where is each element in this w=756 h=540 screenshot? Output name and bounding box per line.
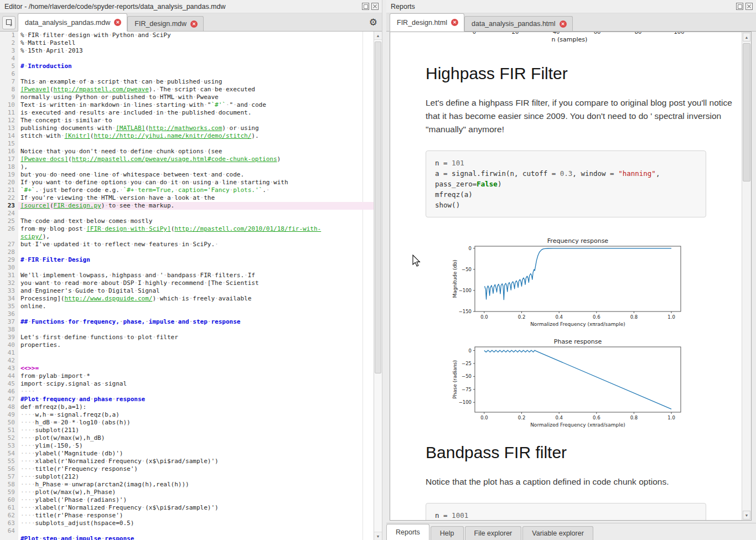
pane-splitter[interactable]	[382, 0, 386, 540]
editor-line[interactable]: 39Let's·first·define·functions·to·plot·f…	[0, 334, 374, 341]
editor-line[interactable]: 54····ylabel('Magnitude·(db)')	[0, 450, 374, 458]
editor-line[interactable]: 49····w,h·=·signal.freqz(b,a)	[0, 411, 374, 419]
editor-line[interactable]: 30	[0, 264, 374, 272]
undock-icon[interactable]	[362, 3, 369, 10]
editor-line[interactable]: 25The·code·and·text·below·comes·mostly	[0, 217, 374, 225]
editor-line[interactable]: 59····plot(w/max(w),h_Phase)	[0, 489, 374, 496]
line-number: 25	[0, 217, 18, 225]
options-gear-icon[interactable]: ⚙	[365, 17, 382, 28]
editor-line[interactable]: 14stitch·with·[Knitr](http://http://yihu…	[0, 132, 374, 140]
editor-line[interactable]: 11is·executed·and·results·are·included·i…	[0, 109, 374, 117]
editor-line[interactable]: 16Notice·that·you·don't·need·to·define·c…	[0, 148, 374, 155]
editor-line[interactable]: 4	[0, 55, 374, 63]
editor-line[interactable]: 38	[0, 326, 374, 334]
report-tab-data-analysis-pandas[interactable]: data_analysis_pandas.html ✕	[464, 16, 573, 31]
editor-line[interactable]: 31We'll·implement·lowpass,·highpass·and·…	[0, 272, 374, 279]
plugin-tab-reports[interactable]: Reports	[386, 524, 429, 540]
editor-line[interactable]: scipy/),	[0, 233, 374, 241]
editor-line[interactable]: 28	[0, 248, 374, 256]
editor-tab-fir-design[interactable]: FIR_design.mdw ✕	[127, 16, 204, 31]
editor-line[interactable]: 23[source](FIR·design.py)·to·see·the·mar…	[0, 202, 374, 210]
editor-line[interactable]: 22If·you're·viewing·the·HTML·version·hav…	[0, 194, 374, 202]
editor-line[interactable]: 12The·concept·is·similar·to	[0, 117, 374, 124]
editor-line[interactable]: 50····h_dB·=·20·*·log10·(abs(h))	[0, 419, 374, 427]
editor-line[interactable]: 58····h_Phase·=·unwrap(arctan2(imag(h),r…	[0, 481, 374, 489]
editor-area[interactable]: 1%·FIR·filter·design·with·Python·and·Sci…	[0, 32, 382, 540]
close-pane-icon[interactable]	[371, 3, 379, 10]
editor-line[interactable]: 55····xlabel(r'Normalized·Frequency·(x$\…	[0, 458, 374, 465]
editor-line[interactable]: #Plot·step·and·impulse·response	[0, 535, 374, 540]
editor-line[interactable]: 20If·you·want·to·define·options·you·can·…	[0, 179, 374, 186]
editor-line[interactable]: 41	[0, 349, 374, 357]
line-number	[0, 233, 18, 241]
editor-line[interactable]: 43<<>>=	[0, 365, 374, 372]
editor-tab-data-analysis-pandas[interactable]: data_analysis_pandas.mdw ✕	[18, 13, 127, 32]
editor-line[interactable]: 17[Pweave·docs](http://mpastell.com/pwea…	[0, 155, 374, 163]
editor-line[interactable]: 64	[0, 527, 374, 535]
editor-line[interactable]: 15	[0, 140, 374, 148]
scroll-down-icon[interactable]: ▼	[374, 532, 382, 540]
report-scrollbar[interactable]: ▲ ▼	[742, 32, 751, 520]
browse-tabs-button[interactable]	[2, 16, 15, 29]
plugin-tab-file-explorer[interactable]: File explorer	[465, 526, 522, 540]
editor-line[interactable]: 56····title(r'Frequency·response')	[0, 465, 374, 473]
report-tab-fir-design[interactable]: FIR_design.html ✕	[390, 13, 464, 32]
editor-line[interactable]: 21`#+`.·just·before·code·e.g.·`#+·term=T…	[0, 186, 374, 194]
svg-text:Normalized Frequency (xπrad/sa: Normalized Frequency (xπrad/sample)	[530, 422, 625, 428]
editor-line[interactable]: 33and·Engineer's·Guide·to·Digital·Signal	[0, 287, 374, 295]
scroll-down-icon[interactable]: ▼	[743, 511, 750, 520]
editor-line[interactable]: 3%·15th·April·2013	[0, 47, 374, 55]
report-webview[interactable]: 020406080100 n (samples) Highpass FIR Fi…	[390, 32, 752, 521]
editor-line[interactable]: 24	[0, 210, 374, 217]
editor-line[interactable]: 27but·I've·updated·it·to·reflect·new·fea…	[0, 241, 374, 248]
editor-rows[interactable]: 1%·FIR·filter·design·with·Python·and·Sci…	[0, 32, 374, 540]
editor-line[interactable]: 42	[0, 357, 374, 365]
scroll-up-icon[interactable]: ▲	[374, 32, 382, 40]
tab-close-icon[interactable]: ✕	[560, 20, 567, 28]
editor-line[interactable]: 46····	[0, 388, 374, 396]
editor-line[interactable]: 57····subplot(212)	[0, 473, 374, 481]
editor-line[interactable]: 26from·my·blog·post·[FIR·design·with·Sci…	[0, 225, 374, 233]
editor-line[interactable]: 48def·mfreqz(b,a=1):	[0, 403, 374, 411]
editor-line[interactable]: 37##·Functions·for·frequency,·phase,·imp…	[0, 318, 374, 326]
plugin-tab-help[interactable]: Help	[431, 526, 464, 540]
editor-line[interactable]: 60····ylabel('Phase·(radians)')	[0, 496, 374, 504]
editor-line[interactable]: 62····title(r'Phase·response')	[0, 512, 374, 520]
editor-line[interactable]: 34Processing](http://www.dspguide.com/)·…	[0, 295, 374, 303]
editor-line[interactable]: 40properties.	[0, 341, 374, 349]
editor-line[interactable]: 36	[0, 310, 374, 318]
editor-line[interactable]: 1%·FIR·filter·design·with·Python·and·Sci…	[0, 32, 374, 39]
tab-close-icon[interactable]: ✕	[190, 20, 198, 28]
scroll-up-icon[interactable]: ▲	[743, 33, 750, 41]
editor-line[interactable]: 51····subplot(211)	[0, 427, 374, 434]
editor-line[interactable]: 7This·an·example·of·a·script·that·can·be…	[0, 78, 374, 86]
editor-line[interactable]: 63····subplots_adjust(hspace=0.5)	[0, 520, 374, 527]
editor-line[interactable]: 53····ylim(-150,·5)	[0, 442, 374, 450]
editor-line[interactable]: 45import·scipy.signal·as·signal	[0, 380, 374, 388]
tab-close-icon[interactable]: ✕	[451, 19, 458, 26]
editor-line[interactable]: 8[Pweave](http://mpastell.com/pweave).·T…	[0, 86, 374, 94]
editor-line[interactable]: 47#Plot·frequency·and·phase·response	[0, 396, 374, 403]
editor-line[interactable]: 61····xlabel(r'Normalized·Frequency·(x$\…	[0, 504, 374, 512]
editor-line[interactable]: 35online.	[0, 303, 374, 310]
close-pane-icon[interactable]	[745, 3, 753, 10]
editor-line[interactable]: 10Text·is·written·in·markdown·in·lines·s…	[0, 101, 374, 109]
editor-scrollbar[interactable]: ▲ ▼	[374, 32, 382, 540]
editor-line[interactable]: 13publishing·documents·with·[MATLAB](htt…	[0, 124, 374, 132]
editor-line[interactable]: 2%·Matti·Pastell	[0, 39, 374, 47]
editor-line[interactable]: 9normally·using·Python·or·published·to·H…	[0, 94, 374, 101]
editor-line[interactable]: 44from·pylab·import·*	[0, 372, 374, 380]
heading-highpass: Highpass FIR Filter	[426, 64, 742, 83]
scrollbar-thumb[interactable]	[743, 43, 750, 181]
undock-icon[interactable]	[736, 3, 743, 10]
editor-line[interactable]: 18),	[0, 163, 374, 171]
editor-line[interactable]: 5#·Introduction	[0, 63, 374, 70]
editor-line[interactable]: 32you·want·to·read·more·about·DSP·I·high…	[0, 279, 374, 287]
editor-line[interactable]: 6	[0, 70, 374, 78]
scrollbar-thumb[interactable]	[375, 41, 381, 373]
editor-line[interactable]: 29#·FIR·Filter·Design	[0, 256, 374, 264]
plugin-tab-variable-explorer[interactable]: Variable explorer	[522, 526, 593, 540]
editor-line[interactable]: 52····plot(w/max(w),h_dB)	[0, 434, 374, 442]
editor-line[interactable]: 19but·you·do·need·one·line·of·whitespace…	[0, 171, 374, 179]
tab-close-icon[interactable]: ✕	[114, 19, 121, 26]
